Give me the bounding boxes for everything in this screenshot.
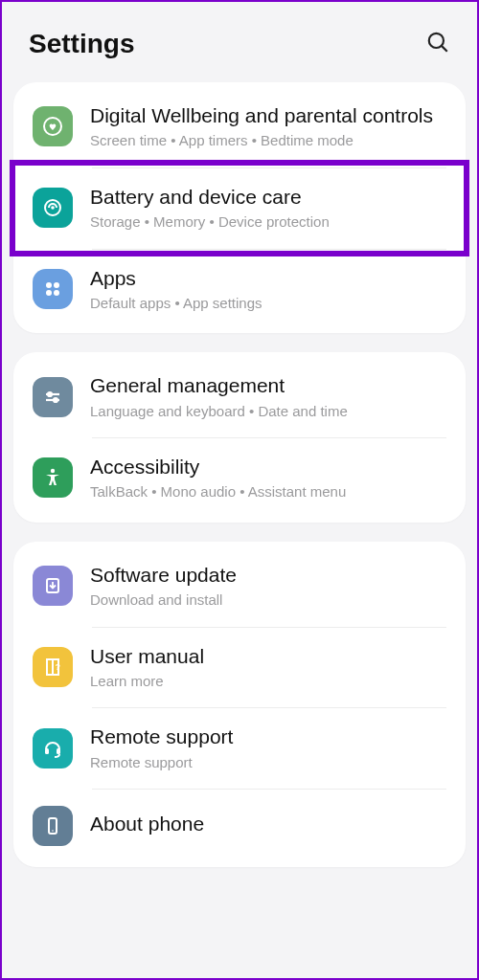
accessibility-icon	[33, 457, 73, 498]
item-title: General management	[90, 373, 446, 398]
svg-point-7	[46, 290, 52, 296]
settings-item-general-management[interactable]: General management Language and keyboard…	[13, 356, 466, 437]
settings-item-digital-wellbeing[interactable]: Digital Wellbeing and parental controls …	[13, 86, 466, 167]
item-title: Battery and device care	[90, 185, 446, 210]
settings-header: Settings	[13, 2, 466, 82]
svg-point-19	[52, 830, 54, 832]
svg-line-1	[442, 46, 447, 52]
item-title: Apps	[90, 266, 446, 291]
settings-item-accessibility[interactable]: Accessibility TalkBack • Mono audio • As…	[13, 437, 466, 519]
item-subtitle: Default apps • App settings	[90, 294, 446, 313]
svg-point-8	[54, 290, 59, 296]
item-subtitle: Learn more	[90, 672, 446, 691]
svg-rect-17	[57, 748, 60, 754]
svg-point-0	[429, 33, 444, 48]
settings-group: General management Language and keyboard…	[13, 352, 466, 523]
item-title: Accessibility	[90, 455, 446, 479]
settings-item-remote-support[interactable]: Remote support Remote support	[13, 707, 466, 789]
item-subtitle: Remote support	[90, 753, 446, 772]
device-care-icon	[33, 188, 73, 228]
svg-point-4	[51, 206, 55, 210]
settings-item-apps[interactable]: Apps Default apps • App settings	[13, 249, 466, 330]
item-title: Software update	[90, 563, 446, 588]
heart-circle-icon	[33, 106, 73, 146]
svg-point-6	[54, 282, 59, 288]
item-title: About phone	[90, 812, 446, 836]
settings-item-about-phone[interactable]: About phone	[13, 789, 466, 863]
svg-rect-16	[45, 748, 49, 754]
sliders-icon	[33, 377, 73, 417]
item-title: User manual	[90, 644, 446, 669]
item-subtitle: Language and keyboard • Date and time	[90, 402, 446, 421]
item-subtitle: Screen time • App timers • Bedtime mode	[90, 131, 446, 150]
page-title: Settings	[29, 29, 134, 59]
settings-group: Software update Download and install ? U…	[13, 542, 466, 867]
settings-item-software-update[interactable]: Software update Download and install	[13, 546, 466, 627]
item-subtitle: Storage • Memory • Device protection	[90, 212, 446, 232]
item-subtitle: TalkBack • Mono audio • Assistant menu	[90, 482, 446, 501]
download-icon	[33, 566, 73, 606]
book-icon: ?	[33, 647, 73, 687]
item-title: Remote support	[90, 724, 446, 749]
phone-info-icon	[33, 806, 73, 846]
svg-point-5	[46, 282, 52, 288]
svg-point-13	[51, 469, 55, 473]
svg-point-10	[48, 392, 52, 396]
settings-group: Digital Wellbeing and parental controls …	[13, 82, 466, 333]
item-subtitle: Download and install	[90, 590, 446, 610]
svg-point-12	[54, 398, 57, 402]
search-icon[interactable]	[425, 30, 450, 58]
settings-item-user-manual[interactable]: ? User manual Learn more	[13, 627, 466, 708]
headset-icon	[33, 728, 73, 768]
settings-item-battery-device-care[interactable]: Battery and device care Storage • Memory…	[13, 167, 466, 249]
item-title: Digital Wellbeing and parental controls	[90, 103, 446, 128]
apps-grid-icon	[33, 269, 73, 309]
svg-text:?: ?	[56, 662, 61, 672]
